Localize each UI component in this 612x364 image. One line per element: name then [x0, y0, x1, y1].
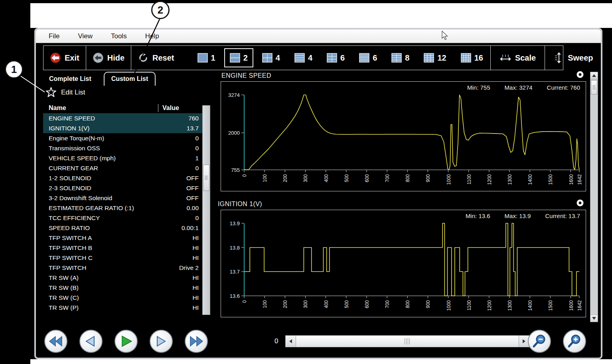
sweep-label: Sweep [568, 53, 593, 63]
play-button[interactable] [115, 330, 138, 353]
list-scrollbar-thumb[interactable] [203, 165, 209, 191]
timeline-left-arrow[interactable] [286, 336, 296, 347]
menu-bar: FileViewToolsHelp [36, 30, 601, 43]
scroll-up-button[interactable] [590, 72, 598, 79]
row-name: TFP SWITCH A [43, 234, 156, 242]
grid-button-label: 4 [308, 53, 312, 63]
table-row[interactable]: TR SW (B)HI [43, 283, 203, 293]
zoom-out-button[interactable] [528, 330, 551, 353]
table-row[interactable]: 3-2 Downshift SolenoidOFF [43, 193, 203, 203]
tab-complete-list[interactable]: Complete List [42, 73, 98, 86]
table-row[interactable]: TFP SWITCH AHI [43, 233, 203, 243]
exit-button[interactable]: Exit [43, 46, 86, 70]
svg-text:1500: 1500 [548, 300, 553, 311]
svg-text:700: 700 [385, 174, 390, 182]
table-row[interactable]: TFP SWITCH CHI [43, 253, 203, 263]
zoom-in-icon [567, 334, 582, 349]
record-button[interactable] [576, 199, 584, 207]
callout-2: 2 [151, 1, 170, 19]
timeline-thumb[interactable] [296, 336, 519, 347]
scale-button[interactable]: Scale [490, 46, 545, 70]
grid-button-label: 2 [243, 53, 248, 63]
layout-1-button-1x1[interactable]: 1 [192, 48, 221, 67]
layout-6-button-3x2[interactable]: 6 [321, 48, 350, 67]
tab-custom-list[interactable]: Custom List [104, 72, 156, 86]
table-row[interactable]: 1-2 SOLENOIDOFF [43, 173, 203, 183]
layout-16-button-4x4[interactable]: 16 [455, 48, 489, 67]
layout-12-button-4x3[interactable]: 12 [418, 48, 452, 67]
step-forward-button[interactable] [150, 330, 173, 353]
table-row[interactable]: TFP SWITCH BHI [43, 243, 203, 253]
row-value: 0 [156, 135, 203, 142]
max-stat: Max: 3274 [505, 84, 533, 91]
edit-list-button[interactable]: Edit List [45, 87, 85, 98]
timeline-scrollbar[interactable] [285, 335, 529, 347]
row-value: 0 [156, 165, 203, 172]
layout-6-button-6x1[interactable]: 6 [353, 48, 383, 67]
vertical-scrollbar-thumb[interactable] [591, 80, 597, 94]
record-button[interactable] [576, 71, 584, 79]
layout-4-button-2x2[interactable]: 4 [257, 48, 286, 67]
tab-label: Complete List [49, 75, 91, 82]
table-row[interactable]: TR SW (C)HI [43, 293, 203, 303]
timeline-position: 0 [274, 337, 278, 345]
chart-plot[interactable]: 13.613.713.813.9010020030040050060070080… [221, 221, 586, 317]
rewind-button[interactable] [44, 330, 67, 353]
table-row[interactable]: 2-3 SOLENOIDOFF [43, 183, 203, 193]
table-row[interactable]: SPEED RATIO0.00:1 [43, 223, 203, 233]
row-name: TCC EFFICIENCY [43, 214, 156, 222]
layout-8-button-4x2[interactable]: 8 [386, 48, 415, 67]
grid-button-label: 12 [437, 53, 446, 63]
data-table-body: ENGINE SPEED760IGNITION 1(V)13.7Engine T… [43, 113, 203, 313]
table-row[interactable]: TR SW (P)HI [43, 303, 203, 313]
svg-text:1000: 1000 [446, 300, 452, 311]
chart-vertical-scrollbar[interactable] [590, 72, 598, 322]
scroll-down-button[interactable] [590, 315, 598, 322]
grid-layout-icon [197, 53, 208, 63]
scanner-app-window: FileViewToolsHelp Exit Hide Reset 1 [34, 28, 602, 359]
table-row[interactable]: IGNITION 1(V)13.7 [43, 123, 203, 133]
svg-text:3274: 3274 [228, 92, 240, 98]
row-name: TR SW (A) [43, 274, 156, 281]
table-row[interactable]: Engine Torque(N-m)0 [43, 133, 203, 143]
step-forward-icon [154, 335, 168, 348]
table-row[interactable]: CURRENT GEAR0 [43, 163, 203, 173]
table-row[interactable]: Transmission OSS0 [43, 143, 203, 153]
table-row[interactable]: TR SW (A)HI [43, 273, 203, 283]
menu-item-tools[interactable]: Tools [111, 32, 127, 40]
step-back-button[interactable] [79, 330, 103, 353]
chart-title-text: IGNITION 1(V) [218, 201, 262, 207]
table-row[interactable]: TFP SWITCHDrive 2 [43, 263, 203, 273]
list-scrollbar[interactable] [202, 105, 210, 315]
row-name: VEHICLE SPEED (mph) [43, 155, 156, 162]
fast-forward-button[interactable] [185, 330, 208, 353]
row-value: 0.00 [156, 205, 203, 212]
layout-4-button-4x1[interactable]: 4 [289, 48, 318, 67]
layout-2-button-2x1[interactable]: 2 [224, 48, 253, 67]
scale-icon [499, 53, 511, 63]
menu-item-file[interactable]: File [49, 32, 59, 40]
menu-item-help[interactable]: Help [145, 32, 159, 40]
sweep-button[interactable]: Sweep [545, 46, 602, 70]
table-row[interactable]: ENGINE SPEED760 [43, 113, 203, 123]
table-row[interactable]: TCC EFFICIENCY0 [43, 213, 203, 223]
grid-layout-icon [327, 53, 337, 63]
table-row[interactable]: VEHICLE SPEED (mph)1 [43, 153, 203, 163]
svg-text:300: 300 [303, 300, 308, 308]
zoom-in-button[interactable] [563, 330, 586, 353]
up-arrow-icon [592, 74, 596, 77]
list-tabs: Complete List Custom List [42, 72, 156, 86]
table-header: Name Value [43, 103, 203, 113]
svg-text:1200: 1200 [487, 174, 492, 185]
right-arrow-icon [523, 339, 525, 343]
svg-text:0: 0 [242, 300, 247, 303]
svg-text:400: 400 [324, 174, 329, 182]
reset-button[interactable]: Reset [131, 46, 180, 70]
chart-plot[interactable]: 7552000327401002003004005006007008009001… [221, 92, 586, 191]
table-row[interactable]: ESTIMATED GEAR RATIO (:1)0.00 [43, 203, 203, 213]
svg-text:200: 200 [282, 174, 288, 182]
hide-button[interactable]: Hide [86, 46, 131, 70]
menu-item-view[interactable]: View [78, 32, 93, 40]
row-name: TR SW (B) [43, 284, 156, 291]
zoom-out-icon [532, 334, 547, 349]
